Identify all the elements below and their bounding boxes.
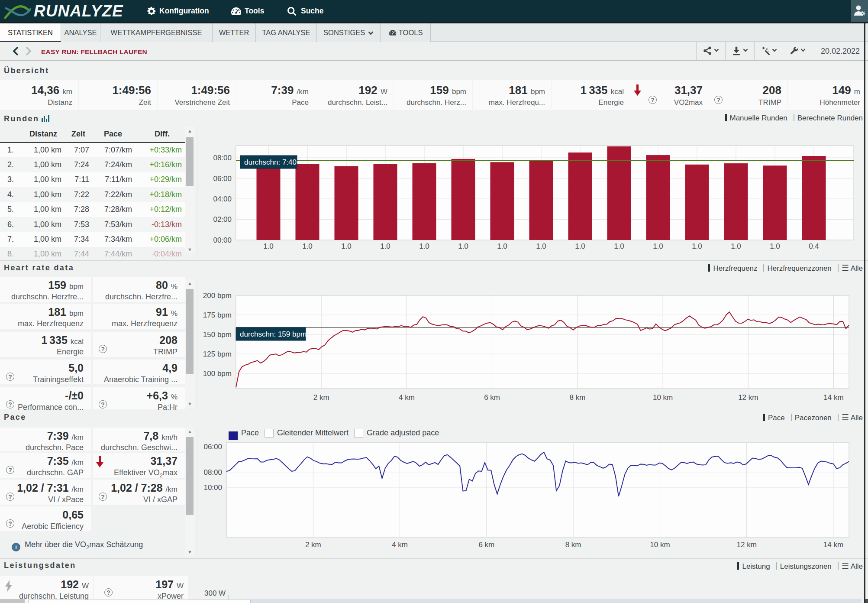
svg-text:14 km: 14 km: [823, 541, 843, 549]
svg-text:12 km: 12 km: [737, 541, 757, 549]
svg-text:durchschn: 159 bpm: durchschn: 159 bpm: [240, 330, 307, 338]
svg-text:1.0: 1.0: [653, 242, 663, 250]
svg-text:06:00: 06:00: [203, 443, 222, 451]
svg-text:10 km: 10 km: [653, 393, 673, 402]
svg-text:1.0: 1.0: [497, 242, 507, 250]
svg-text:4 km: 4 km: [392, 541, 408, 549]
svg-text:200 bpm: 200 bpm: [203, 292, 232, 300]
svg-text:08:00: 08:00: [213, 154, 232, 162]
svg-text:8 km: 8 km: [569, 393, 585, 402]
svg-text:00:00: 00:00: [213, 236, 232, 244]
svg-text:12 km: 12 km: [738, 393, 758, 402]
svg-text:4 km: 4 km: [399, 393, 415, 402]
svg-text:1.0: 1.0: [614, 242, 624, 250]
svg-text:06:00: 06:00: [213, 175, 232, 183]
svg-text:02:00: 02:00: [213, 215, 232, 224]
svg-text:14 km: 14 km: [823, 393, 843, 402]
svg-text:1.0: 1.0: [536, 242, 546, 250]
svg-text:125 bpm: 125 bpm: [203, 350, 232, 358]
svg-text:1.0: 1.0: [458, 242, 468, 250]
svg-text:10 km: 10 km: [650, 541, 670, 549]
svg-text:150 bpm: 150 bpm: [203, 331, 232, 339]
svg-text:durchschn: 7:40: durchschn: 7:40: [244, 158, 297, 166]
svg-text:1.0: 1.0: [380, 242, 390, 250]
svg-text:1.0: 1.0: [692, 242, 702, 250]
svg-text:0.4: 0.4: [809, 242, 819, 250]
svg-text:175 bpm: 175 bpm: [203, 311, 232, 319]
svg-text:2 km: 2 km: [305, 541, 321, 549]
svg-text:1.0: 1.0: [419, 242, 429, 250]
svg-text:6 km: 6 km: [484, 393, 500, 402]
svg-text:1.0: 1.0: [263, 242, 274, 250]
svg-text:1.0: 1.0: [770, 242, 780, 250]
svg-text:1.0: 1.0: [575, 242, 585, 250]
svg-text:04:00: 04:00: [213, 195, 232, 203]
svg-text:10:00: 10:00: [203, 483, 222, 492]
svg-text:100 bpm: 100 bpm: [203, 370, 232, 378]
svg-text:08:00: 08:00: [203, 468, 222, 477]
svg-text:2 km: 2 km: [313, 393, 329, 402]
svg-text:1.0: 1.0: [302, 242, 313, 250]
svg-text:1.0: 1.0: [731, 242, 741, 250]
svg-text:6 km: 6 km: [478, 541, 494, 549]
svg-text:8 km: 8 km: [565, 541, 581, 549]
svg-text:1.0: 1.0: [341, 242, 352, 250]
